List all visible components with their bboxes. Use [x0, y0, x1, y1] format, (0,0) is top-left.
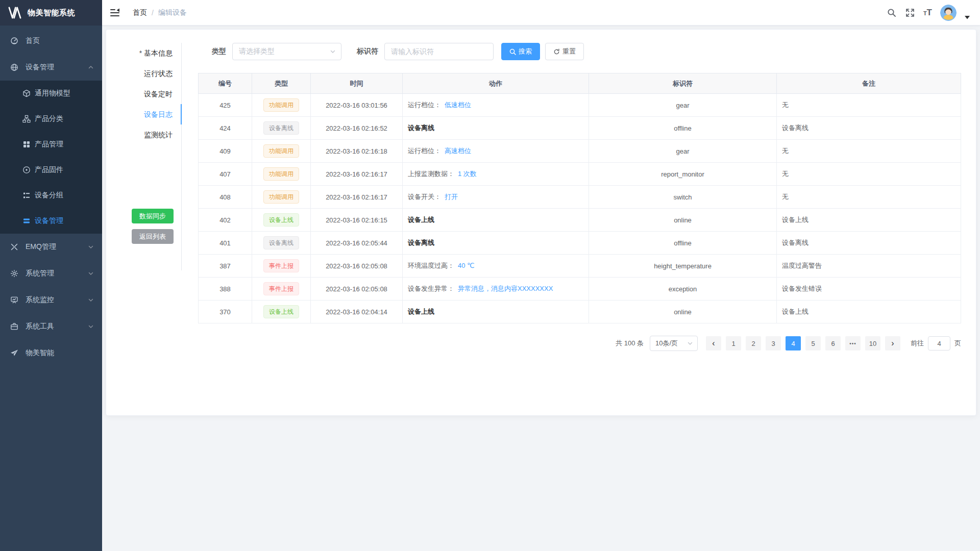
breadcrumb: 首页 / 编辑设备 [133, 8, 187, 17]
log-remark: 温度过高警告 [777, 255, 961, 278]
action-link[interactable]: 低速档位 [445, 101, 471, 109]
required-asterisk: * [139, 49, 144, 57]
sidebar-item-device-list[interactable]: 设备管理 [0, 208, 102, 234]
log-type-tag: 设备上线 [263, 305, 299, 318]
breadcrumb-current: 编辑设备 [158, 8, 187, 17]
sidebar-item-product-firmware[interactable]: 产品固件 [0, 157, 102, 183]
action-link[interactable]: 打开 [445, 193, 458, 201]
page-button-4[interactable]: 4 [786, 336, 801, 350]
log-id: 388 [199, 278, 252, 300]
column-header: 类型 [252, 73, 311, 94]
page-button-10[interactable]: 10 [865, 336, 880, 350]
type-select[interactable]: 请选择类型 [232, 43, 341, 60]
tab-label: 设备定时 [144, 90, 173, 98]
caret-down-icon[interactable] [965, 12, 970, 21]
log-action: 运行档位：高速档位 [403, 140, 589, 163]
type-select-placeholder: 请选择类型 [239, 47, 275, 56]
search-icon[interactable] [887, 8, 897, 18]
tab-label: 监测统计 [144, 131, 173, 139]
page-button-3[interactable]: 3 [766, 336, 781, 350]
log-row: 370设备上线2022-03-16 02:04:14设备上线online设备上线 [199, 300, 961, 323]
chevron-down-icon [88, 270, 94, 277]
page-button-1[interactable]: 1 [726, 336, 741, 350]
prev-page-button[interactable]: ‹ [706, 336, 721, 350]
fullscreen-icon[interactable] [905, 8, 915, 18]
identifier-label: 标识符 [357, 47, 378, 56]
tab-device-timer[interactable]: 设备定时 [106, 84, 182, 104]
breadcrumb-separator: / [152, 9, 154, 17]
log-type-tag: 功能调用 [263, 190, 299, 204]
action-link[interactable]: 40 ℃ [458, 262, 475, 269]
column-header: 备注 [777, 73, 961, 94]
back-to-list-button[interactable]: 返回列表 [132, 229, 174, 244]
next-page-button[interactable]: › [885, 336, 900, 350]
log-type-tag: 功能调用 [263, 98, 299, 112]
action-text: 设备上线 [408, 216, 434, 223]
sidebar-toggle-button[interactable] [102, 0, 128, 26]
sidebar-item-label: 产品固件 [35, 165, 94, 174]
emq-icon [10, 243, 18, 251]
log-time: 2022-03-16 02:05:44 [311, 232, 403, 255]
sidebar-item-label: EMQ管理 [26, 242, 88, 252]
sidebar-item-home[interactable]: 首页 [0, 28, 102, 54]
log-id: 425 [199, 94, 252, 117]
goto-page-input[interactable] [928, 336, 950, 350]
log-type-tag: 功能调用 [263, 144, 299, 158]
column-header: 时间 [311, 73, 403, 94]
sidebar-item-thing-model[interactable]: 通用物模型 [0, 81, 102, 106]
log-time: 2022-03-16 02:05:08 [311, 278, 403, 300]
action-link[interactable]: 高速档位 [445, 147, 471, 155]
tab-device-log[interactable]: 设备日志 [106, 104, 182, 124]
log-time: 2022-03-16 02:16:18 [311, 140, 403, 163]
action-link[interactable]: 异常消息，消息内容XXXXXXXX [458, 285, 553, 292]
sidebar-item-emq-mgmt[interactable]: EMQ管理 [0, 234, 102, 260]
sidebar-item-label: 系统管理 [26, 269, 88, 278]
sidebar-item-system-monitor[interactable]: 系统监控 [0, 287, 102, 313]
log-id: 401 [199, 232, 252, 255]
data-sync-button[interactable]: 数据同步 [132, 209, 174, 223]
sidebar-item-label: 产品管理 [35, 140, 94, 149]
action-link[interactable]: 1 次数 [458, 170, 477, 178]
page-button-2[interactable]: 2 [746, 336, 761, 350]
log-row: 408功能调用2022-03-16 02:16:17设备开关：打开switch无 [199, 186, 961, 209]
sidebar-item-wumei-smart[interactable]: 物美智能 [0, 340, 102, 366]
sidebar-item-device-mgmt[interactable]: 设备管理 [0, 54, 102, 81]
tab-basic-info[interactable]: * 基本信息 [106, 43, 182, 63]
tools-icon [10, 322, 18, 331]
page-button-5[interactable]: 5 [805, 336, 821, 350]
type-label: 类型 [212, 47, 226, 56]
tab-monitor-stats[interactable]: 监测统计 [106, 124, 182, 145]
log-type-tag: 事件上报 [263, 282, 299, 295]
log-row: 424设备离线2022-03-16 02:16:52设备离线offline设备离… [199, 117, 961, 140]
sidebar-item-system-tools[interactable]: 系统工具 [0, 313, 102, 340]
product-icon [22, 140, 31, 148]
font-size-icon[interactable]: TT [923, 8, 932, 18]
tab-run-status[interactable]: 运行状态 [106, 63, 182, 84]
page-button-6[interactable]: 6 [825, 336, 841, 350]
action-text: 运行档位： [408, 101, 441, 109]
sidebar-item-system-mgmt[interactable]: 系统管理 [0, 260, 102, 287]
sidebar-item-label: 物美智能 [26, 348, 94, 358]
model-icon [22, 89, 31, 97]
chevron-down-icon [88, 244, 94, 250]
page-size-select[interactable]: 10条/页 [650, 336, 698, 351]
app-logo[interactable]: 物美智能系统 [0, 0, 102, 26]
identifier-input[interactable] [384, 43, 494, 60]
search-icon [509, 48, 516, 55]
avatar[interactable] [940, 5, 957, 21]
sidebar-item-device-group[interactable]: 设备分组 [0, 183, 102, 208]
sidebar-item-label: 设备分组 [35, 191, 94, 200]
log-identifier: gear [589, 140, 777, 163]
reset-button[interactable]: 重置 [545, 43, 584, 60]
log-time: 2022-03-16 02:16:52 [311, 117, 403, 140]
sidebar-item-label: 产品分类 [35, 114, 94, 123]
log-type-tag: 功能调用 [263, 167, 299, 181]
sidebar-item-label: 通用物模型 [35, 89, 94, 98]
action-text: 设备离线 [408, 239, 434, 246]
breadcrumb-home[interactable]: 首页 [133, 8, 147, 17]
sidebar-item-product-mgmt[interactable]: 产品管理 [0, 132, 102, 157]
page-ellipsis[interactable]: ••• [845, 336, 861, 350]
log-identifier: offline [589, 232, 777, 255]
search-button[interactable]: 搜索 [501, 43, 540, 60]
sidebar-item-product-category[interactable]: 产品分类 [0, 106, 102, 132]
